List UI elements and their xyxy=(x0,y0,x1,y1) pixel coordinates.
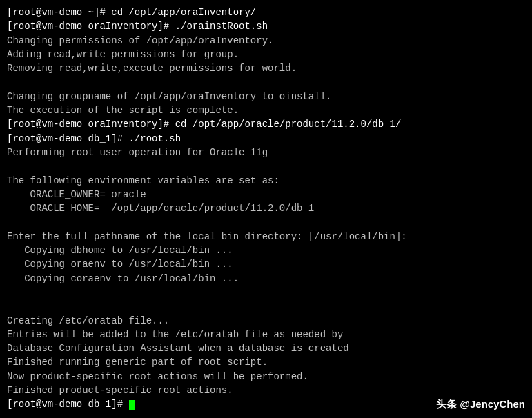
terminal-cursor xyxy=(129,400,135,410)
terminal-line: Changing groupname of /opt/app/oraInvent… xyxy=(7,90,525,103)
terminal-line: Creating /etc/oratab file... xyxy=(7,314,525,328)
terminal-line xyxy=(7,75,525,89)
terminal-line: Finished product-specific root actions. xyxy=(7,384,525,397)
terminal-line: Finished running generic part of root sc… xyxy=(7,355,525,369)
terminal-line: [root@vm-demo oraInventory]# ./orainstRo… xyxy=(7,19,525,33)
terminal-line: [root@vm-demo ~]# cd /opt/app/oraInvento… xyxy=(7,6,525,19)
terminal-line: Database Configuration Assistant when a … xyxy=(7,341,525,355)
terminal-line: Enter the full pathname of the local bin… xyxy=(7,230,525,243)
terminal-line: Performing root user operation for Oracl… xyxy=(7,146,525,159)
terminal-line: Changing permissions of /opt/app/oraInve… xyxy=(7,34,525,48)
terminal-line xyxy=(7,286,525,299)
terminal-line: The following environment variables are … xyxy=(7,174,525,188)
terminal-line xyxy=(7,215,525,229)
terminal-line: ORACLE_OWNER= oracle xyxy=(7,188,525,201)
terminal-line: Entries will be added to the /etc/oratab… xyxy=(7,328,525,341)
terminal-line: [root@vm-demo db_1]# ./root.sh xyxy=(7,132,525,146)
terminal-line: [root@vm-demo oraInventory]# cd /opt/app… xyxy=(7,117,525,131)
terminal-line: Copying dbhome to /usr/local/bin ... xyxy=(7,243,525,257)
terminal-output: [root@vm-demo ~]# cd /opt/app/oraInvento… xyxy=(7,6,525,412)
terminal-line: The execution of the script is complete. xyxy=(7,103,525,117)
terminal-line: Copying oraenv to /usr/local/bin ... xyxy=(7,257,525,271)
terminal-line xyxy=(7,159,525,173)
terminal-line xyxy=(7,299,525,313)
terminal-line: Removing read,write,execute permissions … xyxy=(7,61,525,75)
terminal-window: [root@vm-demo ~]# cd /opt/app/oraInvento… xyxy=(0,0,532,418)
terminal-line: ORACLE_HOME= /opt/app/oracle/product/11.… xyxy=(7,201,525,215)
terminal-line: Now product-specific root actions will b… xyxy=(7,370,525,384)
terminal-line: Copying coraenv to /usr/local/bin ... xyxy=(7,272,525,286)
watermark: 头条 @JencyChen xyxy=(436,398,525,411)
terminal-line: Adding read,write permissions for group. xyxy=(7,48,525,61)
